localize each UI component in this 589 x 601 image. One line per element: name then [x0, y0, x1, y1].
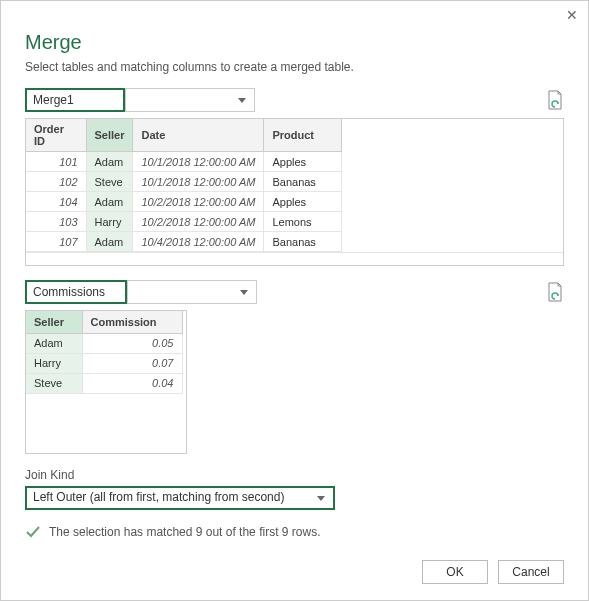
- table-row[interactable]: 101 Adam 10/1/2018 12:00:00 AM Apples: [26, 152, 342, 172]
- table-row[interactable]: Harry 0.07: [26, 353, 182, 373]
- table2-name-input[interactable]: [25, 280, 127, 304]
- table1-header-product[interactable]: Product: [264, 119, 342, 152]
- close-icon[interactable]: ✕: [564, 7, 580, 23]
- table-row[interactable]: 102 Steve 10/1/2018 12:00:00 AM Bananas: [26, 172, 342, 192]
- table1-columns-dropdown[interactable]: [125, 88, 255, 112]
- check-icon: [25, 524, 41, 540]
- table-row[interactable]: Adam 0.05: [26, 333, 182, 353]
- table-row[interactable]: Steve 0.04: [26, 373, 182, 393]
- table-row[interactable]: 104 Adam 10/2/2018 12:00:00 AM Apples: [26, 192, 342, 212]
- table1-name-input[interactable]: [25, 88, 125, 112]
- cancel-button[interactable]: Cancel: [498, 560, 564, 584]
- join-kind-value: Left Outer (all from first, matching fro…: [33, 490, 284, 504]
- refresh-icon[interactable]: [546, 282, 564, 302]
- table1-header-date[interactable]: Date: [133, 119, 264, 152]
- table2-header-seller[interactable]: Seller: [26, 311, 82, 333]
- dialog-subtitle: Select tables and matching columns to cr…: [25, 60, 564, 74]
- table2-grid[interactable]: Seller Commission Adam 0.05 Harry 0.07 S…: [25, 310, 187, 454]
- join-kind-select[interactable]: Left Outer (all from first, matching fro…: [25, 486, 335, 510]
- table2-header-commission[interactable]: Commission: [82, 311, 182, 333]
- table-row[interactable]: 107 Adam 10/4/2018 12:00:00 AM Bananas: [26, 232, 342, 252]
- table1-header-orderid[interactable]: Order ID: [26, 119, 86, 152]
- table2-columns-dropdown[interactable]: [127, 280, 257, 304]
- status-message: The selection has matched 9 out of the f…: [49, 525, 320, 539]
- dialog-title: Merge: [25, 31, 564, 54]
- table-row[interactable]: 103 Harry 10/2/2018 12:00:00 AM Lemons: [26, 212, 342, 232]
- join-kind-label: Join Kind: [25, 468, 564, 482]
- table1-header-seller[interactable]: Seller: [86, 119, 133, 152]
- ok-button[interactable]: OK: [422, 560, 488, 584]
- table1-grid[interactable]: Order ID Seller Date Product 101 Adam 10…: [25, 118, 564, 266]
- refresh-icon[interactable]: [546, 90, 564, 110]
- titlebar: ✕: [1, 1, 588, 31]
